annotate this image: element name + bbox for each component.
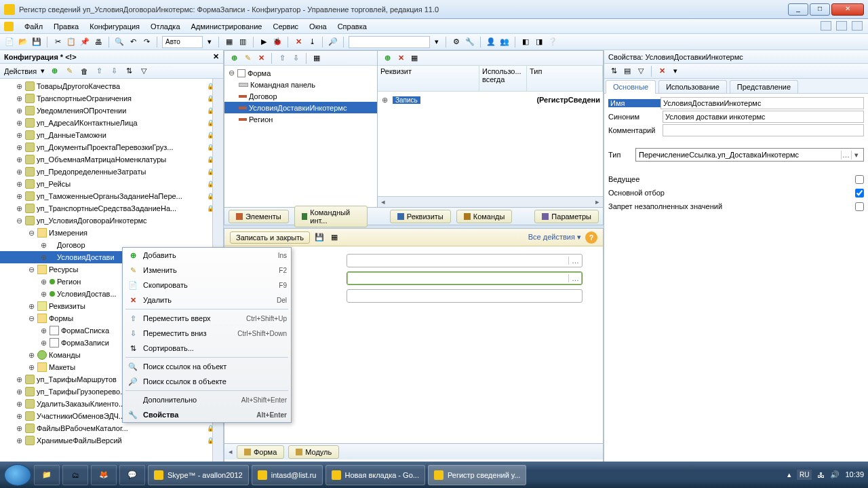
tree-row[interactable]: ⊕ УведомленияОПрочтении 🔒: [0, 105, 223, 117]
tb-open-icon[interactable]: 📂: [18, 37, 28, 48]
context-Свойства[interactable]: 🔧СвойстваAlt+Enter: [123, 407, 291, 422]
context-Сортировать...[interactable]: ⇅Сортировать...: [123, 341, 291, 356]
tb-cut-icon[interactable]: ✂: [52, 37, 63, 48]
help-button[interactable]: ?: [585, 231, 597, 244]
tb-copy-icon[interactable]: 📋: [66, 37, 77, 48]
tb-font-dd[interactable]: ▾: [205, 37, 214, 48]
fa-hscroll[interactable]: ◂▸: [378, 196, 603, 207]
context-Поиск ссылок на объект[interactable]: 🔍Поиск ссылок на объект: [123, 359, 291, 374]
tb-tool2-icon[interactable]: ▥: [237, 37, 248, 48]
menu-file[interactable]: Файл: [19, 21, 48, 32]
fa-del-icon[interactable]: ✕: [395, 53, 406, 64]
app-menu-icon[interactable]: [4, 22, 14, 31]
menu-help[interactable]: Справка: [332, 21, 372, 32]
tb-save-icon[interactable]: 💾: [31, 37, 42, 48]
menu-admin[interactable]: Администрирование: [186, 21, 268, 32]
tb-tool1-icon[interactable]: ▦: [224, 37, 235, 48]
prop-main-check[interactable]: [855, 189, 864, 198]
tree-actions-arrow[interactable]: ▾: [41, 67, 45, 75]
tb-search-input[interactable]: [349, 36, 430, 48]
taskbar-item[interactable]: Новая вкладка - Go...: [326, 465, 425, 485]
tree-row[interactable]: ⊖ Измерения: [0, 227, 223, 239]
fe-down-icon[interactable]: ⇩: [290, 53, 301, 64]
fp-more-icon[interactable]: ▦: [329, 232, 340, 243]
tb-cfg2-icon[interactable]: 🔧: [465, 37, 475, 48]
context-Скопировать[interactable]: 📄СкопироватьF9: [123, 278, 291, 293]
tree-del-icon[interactable]: 🗑: [79, 66, 90, 77]
fe-del-icon[interactable]: ✕: [256, 53, 267, 64]
tb-redo-icon[interactable]: ↷: [141, 37, 152, 48]
col-use[interactable]: Использо...всегда: [479, 66, 527, 91]
tb-misc2-icon[interactable]: ◨: [534, 37, 545, 48]
tree-row[interactable]: ⊕ ТоварыДругогоКачества 🔒: [0, 80, 223, 92]
tb-help-icon[interactable]: ❔: [547, 37, 558, 48]
taskbar-item[interactable]: intasd@list.ru: [252, 465, 323, 485]
taskbar-tc-icon[interactable]: 🗂: [62, 465, 88, 485]
lookup-icon[interactable]: …: [568, 257, 582, 265]
tree-row[interactable]: ⊕ уп_ДанныеТаможни 🔒: [0, 129, 223, 141]
start-button[interactable]: [4, 464, 31, 486]
menu-config[interactable]: Конфигурация: [84, 21, 145, 32]
fp-tab[interactable]: Форма: [237, 445, 284, 459]
tray-sound-icon[interactable]: 🔊: [830, 470, 840, 479]
tb-user-icon[interactable]: 👤: [486, 37, 496, 48]
tb-find-icon[interactable]: 🔍: [114, 37, 125, 48]
taskbar-item[interactable]: Регистр сведений у...: [428, 465, 526, 485]
tree-add-icon[interactable]: ⊕: [49, 66, 60, 77]
prop-type-input[interactable]: ПеречислениеСсылка.уп_ДоставкаИнкотермс …: [635, 148, 864, 162]
tree-row[interactable]: ⊕ уп_ТранспортныеСредстваЗаданиеНа... 🔒: [0, 202, 223, 214]
fp-tab[interactable]: Модуль: [288, 445, 339, 459]
fd-tab[interactable]: Командный инт...: [294, 206, 368, 227]
fd-tab[interactable]: Реквизиты: [390, 210, 451, 223]
tree-actions-dropdown[interactable]: Действия: [4, 67, 37, 75]
tb-debug-icon[interactable]: 🐞: [272, 37, 283, 48]
prop-com-input[interactable]: [663, 124, 864, 136]
tray-arrow-icon[interactable]: ▴: [787, 470, 791, 479]
tb-font-size[interactable]: [162, 36, 203, 48]
inner-max[interactable]: [836, 21, 847, 31]
tray-net-icon[interactable]: 🖧: [817, 471, 825, 479]
tb-zoom-icon[interactable]: 🔎: [328, 37, 338, 48]
lookup-icon[interactable]: …: [568, 274, 582, 282]
tb-new-icon[interactable]: 📄: [4, 37, 15, 48]
tree-edit-icon[interactable]: ✎: [64, 66, 75, 77]
minimize-button[interactable]: _: [788, 3, 808, 16]
close-button[interactable]: ✕: [831, 3, 864, 16]
context-Поиск ссылок в объекте[interactable]: 🔎Поиск ссылок в объекте: [123, 374, 291, 389]
fe-more-icon[interactable]: ▦: [311, 53, 322, 64]
tab-presentation[interactable]: Представление: [730, 80, 798, 93]
tree-row[interactable]: ⊕ ХранимыеФайлыВерсий 🔒: [0, 434, 223, 447]
tb-stop-icon[interactable]: ✕: [293, 37, 304, 48]
preview-input-3[interactable]: [347, 289, 583, 303]
taskbar-item[interactable]: Skype™ - avallon2012: [148, 465, 249, 485]
taskbar-skype-icon[interactable]: 💬: [119, 465, 145, 485]
context-Дополнительно[interactable]: ДополнительноAlt+Shift+Enter: [123, 392, 291, 407]
taskbar-ff-icon[interactable]: 🦊: [91, 465, 117, 485]
tb-run-icon[interactable]: ▶: [258, 37, 269, 48]
taskbar-explorer-icon[interactable]: 📁: [34, 465, 60, 485]
fa-cols-icon[interactable]: ▦: [409, 53, 420, 64]
tree-row[interactable]: ⊕ уп_ТаможенныеОрганыЗаданиеНаПере... 🔒: [0, 190, 223, 202]
fd-tab[interactable]: Параметры: [534, 210, 599, 223]
all-actions-link[interactable]: Все действия ▾: [528, 233, 581, 242]
tree-row[interactable]: ⊕ уп_ОбъемнаяМатрицаНоменклатуры 🔒: [0, 153, 223, 166]
fd-row[interactable]: Договор: [224, 90, 377, 102]
col-type[interactable]: Тип: [527, 66, 603, 91]
tab-main[interactable]: Основные: [606, 80, 656, 94]
prop-sort-icon[interactable]: ⇅: [608, 66, 619, 77]
inner-min[interactable]: [821, 21, 831, 31]
context-Переместить вниз[interactable]: ⇩Переместить внизCtrl+Shift+Down: [123, 326, 291, 341]
tb-users-icon[interactable]: 👥: [499, 37, 510, 48]
prop-filter-icon[interactable]: ▽: [635, 66, 646, 77]
tb-misc1-icon[interactable]: ◧: [520, 37, 531, 48]
fe-add-icon[interactable]: ⊕: [229, 53, 239, 64]
type-dd-icon[interactable]: ▾: [851, 151, 861, 159]
tree-row[interactable]: ⊖ уп_УсловияДоговораИнкотермс: [0, 214, 223, 227]
prop-dd-icon[interactable]: ▾: [670, 66, 681, 77]
prop-deny-check[interactable]: [855, 202, 864, 211]
fd-form-row[interactable]: ⊖Форма: [224, 67, 377, 79]
tree-row[interactable]: ⊕ уп_ПредопределенныеЗатраты 🔒: [0, 166, 223, 178]
menu-debug[interactable]: Отладка: [145, 21, 185, 32]
tb-paste-icon[interactable]: 📌: [79, 37, 90, 48]
tree-row[interactable]: ⊕ уп_ДокументыПроектаПеревозкиГруз... 🔒: [0, 141, 223, 153]
